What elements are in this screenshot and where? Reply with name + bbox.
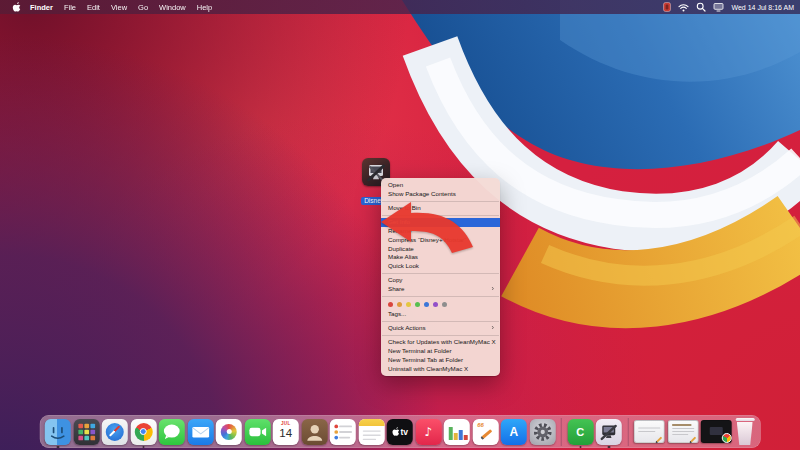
dock-facetime-icon[interactable] <box>244 419 270 445</box>
context-menu: OpenShow Package ContentsMove to BinGet … <box>381 178 500 376</box>
menu-bar-status-area: Wed 14 Jul 8:16 AM <box>663 2 800 12</box>
tag-color-red[interactable] <box>388 302 393 307</box>
dock-notes-icon[interactable] <box>358 419 384 445</box>
recording-indicator-icon[interactable] <box>663 2 671 12</box>
dock-trash-icon[interactable] <box>734 418 755 445</box>
dock-system-preferences-icon[interactable] <box>529 419 555 445</box>
context-menu-item-make-alias[interactable]: Make Alias <box>381 253 500 262</box>
active-app-name[interactable]: Finder <box>30 3 53 12</box>
dock-camtasia-icon[interactable]: C <box>567 419 593 445</box>
menu-item-view[interactable]: View <box>111 3 127 12</box>
menu-item-go[interactable]: Go <box>138 3 148 12</box>
menu-item-label: Tags... <box>388 310 406 317</box>
bar-chart-icon <box>449 427 453 440</box>
context-menu-item-new-terminal-at-folder[interactable]: New Terminal at Folder <box>381 347 500 356</box>
menu-item-window[interactable]: Window <box>159 3 186 12</box>
pages-quote: 66 <box>477 422 484 428</box>
dock-photos-icon[interactable] <box>216 419 242 445</box>
dock-app-store-icon[interactable]: A <box>501 419 527 445</box>
context-menu-separator <box>382 321 499 322</box>
menu-item-help[interactable]: Help <box>197 3 212 12</box>
context-menu-item-share[interactable]: Share› <box>381 285 500 294</box>
context-menu-item-new-terminal-tab-at-folder[interactable]: New Terminal Tab at Folder <box>381 356 500 365</box>
menu-item-label: Open <box>388 181 403 188</box>
apple-icon <box>391 427 399 437</box>
dock-messages-icon[interactable] <box>159 419 185 445</box>
dock-cleanmymac-icon[interactable] <box>596 419 622 445</box>
tag-color-gray[interactable] <box>442 302 447 307</box>
tag-color-blue[interactable] <box>424 302 429 307</box>
minimized-window-2[interactable] <box>667 420 698 443</box>
dock-launchpad-icon[interactable] <box>73 419 99 445</box>
reminders-list-icon <box>330 419 356 445</box>
dock-apple-tv-icon[interactable]: tv <box>387 419 413 445</box>
wifi-icon[interactable] <box>678 2 689 12</box>
notes-lines-icon <box>358 419 384 445</box>
trash-body <box>734 422 755 446</box>
speech-bubble-icon <box>159 419 185 445</box>
apple-icon <box>12 2 21 13</box>
photos-flower-icon <box>221 424 237 440</box>
pen-icon <box>480 429 492 439</box>
tag-color-purple[interactable] <box>433 302 438 307</box>
appstore-letter: A <box>509 425 518 439</box>
context-menu-item-quick-actions[interactable]: Quick Actions› <box>381 324 500 333</box>
dock-calendar-icon[interactable]: JUL 14 <box>273 419 299 445</box>
menu-item-edit[interactable]: Edit <box>87 3 100 12</box>
context-menu-separator <box>382 215 499 216</box>
minimized-window-3[interactable] <box>701 420 732 443</box>
apple-menu[interactable] <box>12 2 21 13</box>
context-menu-item-compress-disney-hotstar[interactable]: Compress “Disney+ Hotstar” <box>381 236 500 245</box>
tag-color-orange[interactable] <box>397 302 402 307</box>
menu-item-file[interactable]: File <box>64 3 76 12</box>
menu-item-label: Make Alias <box>388 253 418 260</box>
menu-bar-left: Finder FileEditViewGoWindowHelp <box>0 2 663 13</box>
tag-color-yellow[interactable] <box>406 302 411 307</box>
dock-music-icon[interactable]: ♪ <box>415 419 441 445</box>
menu-bar-clock[interactable]: Wed 14 Jul 8:16 AM <box>731 4 794 11</box>
dock-mail-icon[interactable] <box>187 419 213 445</box>
music-note-icon: ♪ <box>424 425 432 439</box>
dock-pages-icon[interactable]: 66 <box>472 419 498 445</box>
chrome-badge-icon <box>722 433 732 443</box>
context-menu-item-move-to-bin[interactable]: Move to Bin <box>381 204 500 213</box>
context-menu-tag-colors <box>381 299 500 310</box>
context-menu-separator <box>382 201 499 202</box>
dock-separator <box>627 418 628 446</box>
menu-item-label: Move to Bin <box>388 204 421 211</box>
menu-item-label: Quick Look <box>388 262 419 269</box>
launchpad-grid-icon <box>73 419 99 445</box>
tag-color-green[interactable] <box>415 302 420 307</box>
context-menu-item-open[interactable]: Open <box>381 181 500 190</box>
dock: JUL 14 <box>40 415 761 448</box>
context-menu-item-rename[interactable]: Rename <box>381 227 500 236</box>
display-icon[interactable] <box>713 2 724 12</box>
submenu-chevron-icon: › <box>492 286 495 292</box>
context-menu-item-show-package-contents[interactable]: Show Package Contents <box>381 190 500 199</box>
context-menu-item-copy[interactable]: Copy <box>381 276 500 285</box>
appletv-text: tv <box>400 427 408 437</box>
dock-contacts-icon[interactable] <box>301 419 327 445</box>
dock-safari-icon[interactable] <box>102 419 128 445</box>
menu-item-label: Compress “Disney+ Hotstar” <box>388 236 466 243</box>
context-menu-item-duplicate[interactable]: Duplicate <box>381 244 500 253</box>
minimized-window-1[interactable] <box>634 420 665 443</box>
context-menu-item-uninstall-with-cleanmymac-x[interactable]: Uninstall with CleanMyMac X <box>381 365 500 374</box>
dock-reminders-icon[interactable] <box>330 419 356 445</box>
dock-finder-icon[interactable] <box>45 419 71 445</box>
menu-item-label: Uninstall with CleanMyMac X <box>388 365 468 372</box>
context-menu-item-quick-look[interactable]: Quick Look <box>381 262 500 271</box>
menu-item-label: Show Package Contents <box>388 190 456 197</box>
spotlight-search-icon[interactable] <box>696 2 706 12</box>
dock-numbers-icon[interactable] <box>444 419 470 445</box>
calendar-month: JUL <box>281 421 290 426</box>
menu-item-label: Get Info <box>388 218 410 225</box>
gear-icon <box>529 419 555 445</box>
context-menu-item-check-for-updates-with-cleanmymac-x[interactable]: Check for Updates with CleanMyMac X <box>381 338 500 347</box>
context-menu-item-tags[interactable]: Tags... <box>381 310 500 319</box>
context-menu-separator <box>382 296 499 297</box>
calendar-day: 14 <box>279 427 292 439</box>
dock-chrome-icon[interactable] <box>130 419 156 445</box>
context-menu-item-get-info[interactable]: Get Info <box>381 218 500 227</box>
video-camera-icon <box>244 419 270 445</box>
